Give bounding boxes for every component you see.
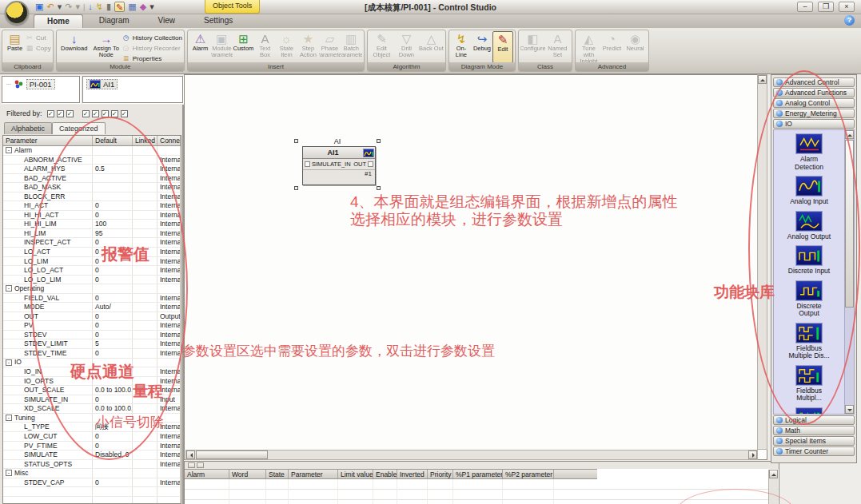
help-icon[interactable]: ? xyxy=(844,15,855,26)
palette-block-signal-selector[interactable] xyxy=(795,407,823,415)
tab-settings[interactable]: Settings xyxy=(191,14,245,28)
filter-checkbox[interactable]: ✓ xyxy=(111,110,118,117)
parameter-row[interactable]: HI_HI_LIM100Internal xyxy=(3,220,181,229)
parameter-row[interactable]: IO_OPTSInternal xyxy=(3,377,181,387)
parameter-row[interactable]: LO_ACT0Internal xyxy=(3,248,181,257)
parameter-row[interactable]: OUT_SCALE0.0 to 100.0...Internal xyxy=(3,386,181,395)
palette-block-discrete-output[interactable]: Discrete Output xyxy=(795,280,823,318)
parameter-row[interactable]: BLOCK_ERRInternal xyxy=(3,192,181,202)
save-icon[interactable]: ▣ xyxy=(35,2,43,12)
on-line-button[interactable]: ↯On-Line xyxy=(451,31,472,63)
online-icon[interactable]: ▮ xyxy=(106,2,111,12)
selection-handle[interactable] xyxy=(294,186,298,190)
alarm-table-row[interactable] xyxy=(185,500,779,504)
assign-to-node-button[interactable]: →Assign To Node xyxy=(90,31,122,63)
palette-block-discrete-input[interactable]: Discrete Input xyxy=(788,245,830,276)
palette-category-advanced-functions[interactable]: Advanced Functions xyxy=(773,88,855,97)
output-pin[interactable] xyxy=(368,161,373,167)
palette-category-energy-metering[interactable]: Energy_Metering xyxy=(773,109,855,118)
canvas-vertical-scrollbar[interactable] xyxy=(757,74,767,450)
alarm-table-row[interactable] xyxy=(185,479,779,490)
alarm-column-limit-value[interactable]: Limit value xyxy=(338,470,373,478)
scroll-thumb[interactable] xyxy=(845,140,854,308)
parameter-group-row[interactable]: -Misc xyxy=(3,469,181,478)
tab-alphabetic[interactable]: Alphabetic xyxy=(4,122,52,134)
parameter-row[interactable]: LO_LO_LIM0Internal xyxy=(3,276,181,285)
maximize-button[interactable]: ❒ xyxy=(818,2,834,12)
palette-block-fieldbus-multiplexed[interactable]: Fieldbus Multipl... xyxy=(795,365,823,403)
canvas-horizontal-scrollbar[interactable] xyxy=(185,450,758,460)
alarm-column-priority[interactable]: Priority xyxy=(428,470,453,478)
tab-categorized[interactable]: Categorized xyxy=(52,122,106,134)
parameter-group-row[interactable]: -Operating xyxy=(3,284,181,294)
scroll-left-icon[interactable] xyxy=(186,450,195,459)
alarm-column-alarm[interactable]: Alarm xyxy=(185,470,229,478)
parameter-row[interactable]: BAD_ACTIVEInternal xyxy=(3,174,181,184)
filter-checkbox[interactable]: ✓ xyxy=(121,110,128,117)
parameter-row[interactable]: STDEV_LIMIT5Internal xyxy=(3,339,181,349)
parameter-row[interactable]: BAD_MASKInternal xyxy=(3,183,181,192)
collapse-icon[interactable]: - xyxy=(6,415,12,421)
alarm-column--p1-parameter[interactable]: %P1 parameter xyxy=(453,470,503,478)
parameter-row[interactable]: PV0Internal xyxy=(3,321,181,331)
collapse-icon[interactable]: - xyxy=(6,470,12,476)
parameter-row[interactable]: ABNORM_ACTIVEInternal xyxy=(3,156,181,165)
edit-mode-icon[interactable]: ✎ xyxy=(114,2,125,12)
palette-block-analog-output[interactable]: Analog Output xyxy=(787,211,831,241)
scroll-up-icon[interactable] xyxy=(769,470,778,478)
parameter-row[interactable]: ALARM_HYS0.5Internal xyxy=(3,165,181,174)
parameter-row[interactable]: STDEV_CAP0Internal xyxy=(3,478,181,488)
column-header-default[interactable]: Default xyxy=(93,136,133,145)
selection-handle[interactable] xyxy=(377,186,381,190)
palette-block-alarm-detection[interactable]: Alarm Detection xyxy=(795,133,823,171)
compare-icon[interactable]: ◆ xyxy=(140,2,146,12)
column-header-connection[interactable]: Connection xyxy=(157,136,181,145)
filter-checkbox[interactable]: ✓ xyxy=(66,110,74,117)
function-block-ai1[interactable]: AI AI1 SIMULATE_IN OUT #1 xyxy=(294,137,381,190)
alarm-column-state[interactable]: State xyxy=(266,470,289,478)
tree-item-block[interactable]: AI1 xyxy=(83,77,182,92)
palette-category-logical[interactable]: Logical xyxy=(773,415,855,425)
alarm-column--p2-parameter[interactable]: %P2 parameter xyxy=(503,470,554,478)
input-pin[interactable] xyxy=(305,161,310,167)
scroll-thumb[interactable] xyxy=(196,450,268,459)
palette-category-advanced-control[interactable]: Advanced Control xyxy=(773,77,855,87)
alarm-panel-splitter[interactable] xyxy=(185,462,779,469)
alarm-column-inverted[interactable]: Inverted xyxy=(397,470,428,478)
history-collection-button[interactable]: ◷History Collection xyxy=(122,33,182,42)
parameter-row[interactable]: HI_HI_ACT0Internal xyxy=(3,211,181,220)
app-logo-icon[interactable] xyxy=(5,1,29,25)
redo-dropdown-icon[interactable]: ▾ xyxy=(75,2,80,12)
palette-category-timer-counter[interactable]: Timer Counter xyxy=(773,446,855,456)
scroll-up-icon[interactable] xyxy=(845,130,854,139)
parameter-row[interactable]: LO_LIM0Internal xyxy=(3,257,181,267)
palette-scrollbar[interactable] xyxy=(844,130,854,414)
scroll-right-icon[interactable] xyxy=(748,450,757,459)
parameter-row[interactable]: XD_SCALE0.0 to 100.0...Internal xyxy=(3,404,181,414)
parameter-row[interactable]: FIELD_VAL0Internal xyxy=(3,294,181,304)
parameter-row[interactable]: HI_LIM95Internal xyxy=(3,229,181,239)
tab-home[interactable]: Home xyxy=(34,14,83,28)
parameter-row[interactable]: PV_FTIME0Internal xyxy=(3,442,181,451)
alarm-button[interactable]: ⚠Alarm xyxy=(189,31,211,63)
undo-dropdown-icon[interactable]: ▾ xyxy=(58,2,62,12)
tab-view[interactable]: View xyxy=(145,14,189,28)
context-tab-object-tools[interactable]: Object Tools xyxy=(205,0,260,14)
parameter-row[interactable]: STDEV0Internal xyxy=(3,331,181,340)
block-body[interactable]: AI1 SIMULATE_IN OUT #1 xyxy=(302,146,376,185)
parameter-row[interactable]: OUT0Output xyxy=(3,312,181,322)
column-header-linked[interactable]: Linked xyxy=(133,136,157,145)
diagram-icon[interactable]: ▦ xyxy=(128,2,136,12)
collapse-icon[interactable]: - xyxy=(6,147,12,153)
undo-icon[interactable]: ↶ xyxy=(46,2,54,12)
parameter-row[interactable]: L_TYPE间接Internal xyxy=(3,423,181,432)
filter-checkbox[interactable]: ✓ xyxy=(47,110,54,117)
splitter-button[interactable] xyxy=(197,462,204,468)
minimize-button[interactable]: – xyxy=(797,2,813,12)
parameter-row[interactable]: HI_ACT0Internal xyxy=(3,201,181,211)
palette-block-fieldbus-multiple-discrete[interactable]: Fieldbus Multiple Dis... xyxy=(788,323,829,360)
diagram-canvas[interactable] xyxy=(184,74,767,460)
palette-block-analog-input[interactable]: Analog Input xyxy=(790,176,828,206)
parameter-row[interactable]: SIMULATEDisabled, 0Internal xyxy=(3,450,181,460)
filter-checkbox[interactable]: ✓ xyxy=(102,110,109,117)
